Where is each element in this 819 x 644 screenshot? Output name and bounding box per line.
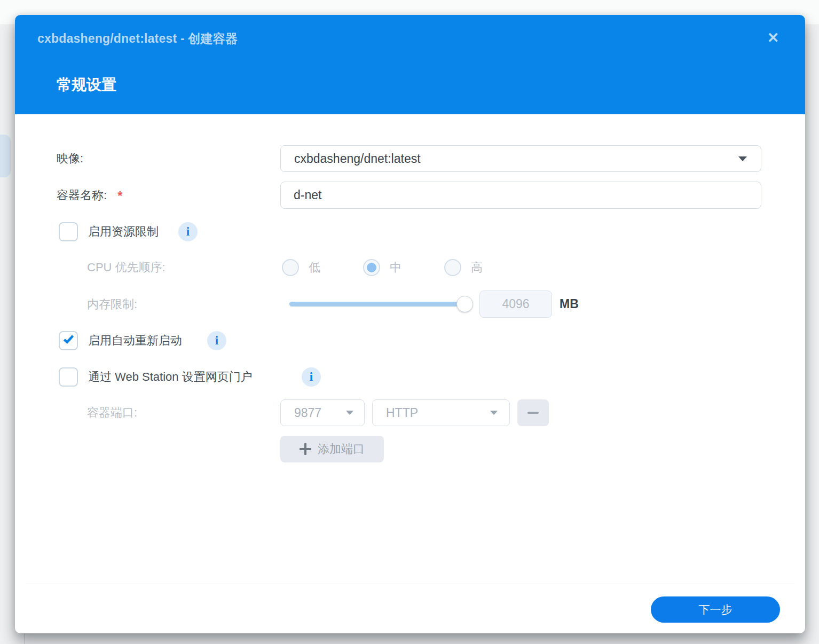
container-name-input[interactable]	[280, 182, 761, 209]
cpu-priority-radio-high	[444, 259, 461, 276]
add-port-label: 添加端口	[318, 441, 365, 457]
minus-icon	[527, 412, 539, 414]
info-icon: i	[186, 225, 190, 239]
radio-dot	[367, 263, 376, 272]
memory-unit-label: MB	[560, 290, 579, 318]
add-port-button: 添加端口	[280, 436, 384, 462]
required-asterisk: *	[117, 189, 122, 203]
section-title: 常规设置	[57, 75, 116, 95]
image-select[interactable]: cxbdasheng/dnet:latest	[280, 145, 761, 172]
create-container-dialog: cxbdasheng/dnet:latest - 创建容器 ✕ 常规设置 映像:…	[15, 15, 805, 633]
check-icon	[63, 333, 74, 344]
background-window-edge	[25, 633, 25, 644]
memory-slider-handle	[456, 296, 473, 312]
container-port-select: 9877	[280, 399, 365, 426]
dialog-header: cxbdasheng/dnet:latest - 创建容器 ✕ 常规设置	[15, 15, 805, 114]
memory-slider-track	[289, 302, 473, 307]
remove-port-button	[517, 399, 549, 426]
memory-limit-input	[479, 290, 552, 318]
auto-restart-info-button[interactable]: i	[207, 331, 226, 350]
protocol-value: HTTP	[386, 400, 418, 426]
cpu-priority-low-label: 低	[309, 259, 320, 276]
container-port-value: 9877	[294, 400, 321, 426]
next-button[interactable]: 下一步	[651, 596, 780, 623]
dropdown-arrow-icon	[346, 411, 353, 415]
web-station-checkbox[interactable]	[59, 367, 78, 387]
auto-restart-checkbox[interactable]	[59, 331, 78, 350]
dialog-title: cxbdasheng/dnet:latest - 创建容器	[37, 30, 238, 47]
cpu-priority-radio-medium	[363, 259, 380, 276]
memory-limit-label: 内存限制:	[87, 291, 137, 318]
web-station-label: 通过 Web Station 设置网页门户	[88, 367, 253, 387]
resource-limit-info-button[interactable]: i	[178, 222, 198, 241]
cpu-priority-high-label: 高	[471, 259, 483, 276]
cpu-priority-label: CPU 优先顺序:	[87, 259, 166, 276]
resource-limit-checkbox[interactable]	[59, 222, 78, 241]
container-port-label: 容器端口:	[87, 399, 137, 426]
resource-limit-label: 启用资源限制	[88, 222, 159, 241]
plus-icon	[300, 443, 311, 455]
image-select-value: cxbdasheng/dnet:latest	[294, 146, 421, 171]
dropdown-arrow-icon	[738, 156, 747, 161]
close-icon: ✕	[767, 30, 779, 46]
info-icon: i	[215, 334, 218, 348]
info-icon: i	[310, 370, 313, 384]
image-label: 映像:	[57, 145, 83, 172]
auto-restart-label: 启用自动重新启动	[88, 331, 182, 350]
container-name-label: 容器名称:*	[57, 182, 122, 209]
web-station-info-button[interactable]: i	[302, 367, 321, 387]
dropdown-arrow-icon	[490, 411, 498, 415]
protocol-select: HTTP	[372, 399, 510, 426]
cpu-priority-radio-low	[282, 259, 299, 276]
cpu-priority-medium-label: 中	[390, 259, 401, 276]
footer-divider	[26, 584, 794, 584]
close-button[interactable]: ✕	[761, 28, 785, 48]
background-sidebar-pill	[0, 135, 11, 177]
